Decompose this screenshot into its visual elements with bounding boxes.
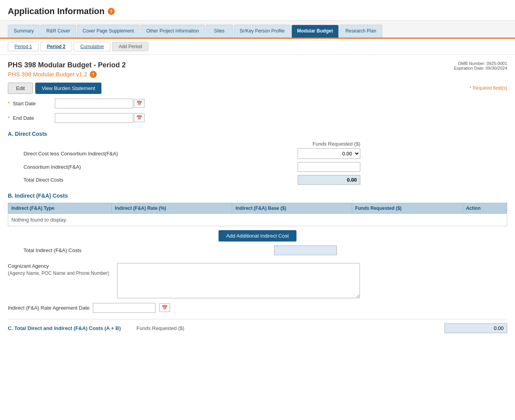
omb-info: OMB Number: 0925-0001 Expiration Date: 0…	[454, 61, 507, 70]
indirect-col2-header: Indirect (F&A) Rate (%)	[112, 203, 232, 213]
end-date-calendar-button[interactable]: 📅	[134, 114, 145, 122]
form-main-title: PHS 398 Modular Budget - Period 2	[8, 61, 126, 69]
funds-requested-header: Funds Requested ($)	[298, 141, 360, 147]
tab-rrcover[interactable]: R&R Cover	[40, 25, 76, 38]
indirect-empty-row: Nothing found to display.	[8, 213, 507, 226]
tab-coverpagesupplement[interactable]: Cover Page Supplement	[77, 25, 140, 38]
tab-researchplan[interactable]: Research Plan	[340, 25, 382, 38]
total-direct-label: Total Direct Costs	[23, 177, 63, 183]
start-date-calendar-button[interactable]: 📅	[134, 99, 145, 108]
page-title-text: Application Information	[8, 6, 105, 16]
total-indirect-label: Total Indirect (F&A) Costs	[23, 247, 81, 253]
cognizant-label: Cognizant Agency	[8, 263, 109, 269]
form-header: PHS 398 Modular Budget - Period 2 PHS 39…	[8, 61, 507, 78]
add-indirect-row: Add Additional Indirect Cost	[8, 230, 507, 242]
start-required-star: *	[8, 101, 10, 106]
indirect-col1-header: Indirect (F&A) Type	[8, 203, 112, 213]
button-group: Edit View Burden Statement	[8, 83, 101, 94]
total-di-input	[445, 323, 507, 333]
form-help-icon[interactable]: ?	[90, 71, 97, 78]
period-tabs: Period 1 Period 2 Cumulative Add Period	[0, 39, 515, 55]
cognizant-label-block: Cognizant Agency (Agency Name, POC Name …	[8, 263, 109, 276]
omb-number: OMB Number: 0925-0001	[454, 61, 507, 66]
page-help-icon[interactable]: ?	[108, 8, 115, 15]
dates-section: * Start Date 📅 * End Date 📅	[8, 99, 507, 123]
end-date-label: * End Date	[8, 115, 55, 121]
total-indirect-input	[274, 245, 337, 255]
action-bar: Edit View Burden Statement * Required fi…	[8, 83, 507, 94]
form-subtitle: PHS 398 Modular Budget v1.2 ?	[8, 71, 126, 78]
indirect-col3-header: Indirect (F&A) Base ($)	[232, 203, 352, 213]
rate-agreement-row: Indirect (F&A) Rate Agreement Date 📅	[8, 303, 507, 313]
direct-cost-less-label: Direct Cost less Consortium Indirect(F&A…	[23, 151, 118, 157]
tab-sites[interactable]: Sites	[206, 25, 233, 38]
expiration-date: Expiration Date: 09/30/2024	[454, 66, 507, 70]
add-period-button[interactable]: Add Period	[112, 42, 148, 51]
cognizant-sublabel: (Agency Name, POC Name and Phone Number)	[8, 270, 109, 276]
start-date-input[interactable]	[55, 99, 133, 108]
indirect-costs-heading: B. Indirect (F&A) Costs	[8, 193, 507, 199]
indirect-col4-header: Funds Requested ($)	[352, 203, 463, 213]
page-title: Application Information ?	[8, 6, 507, 16]
nothing-found-text: Nothing found to display.	[8, 213, 507, 226]
direct-costs-heading: A. Direct Costs	[8, 131, 507, 137]
start-date-label-text: Start Date	[13, 101, 36, 106]
nav-tabs: Summary R&R Cover Cover Page Supplement …	[0, 21, 515, 39]
cognizant-agency-block: Cognizant Agency (Agency Name, POC Name …	[8, 263, 507, 298]
cognizant-textarea[interactable]	[117, 263, 360, 298]
end-date-row: * End Date 📅	[8, 113, 507, 123]
total-direct-input	[298, 175, 360, 185]
rate-agreement-input[interactable]	[93, 303, 155, 313]
page-header: Application Information ?	[0, 0, 515, 21]
tab-modularbudget[interactable]: Modular Budget	[291, 25, 339, 38]
indirect-col5-header: Action	[463, 203, 507, 213]
total-indirect-row: Total Indirect (F&A) Costs	[23, 245, 337, 255]
consortium-indirect-input[interactable]	[298, 162, 360, 172]
main-content: PHS 398 Modular Budget - Period 2 PHS 39…	[0, 55, 515, 343]
period-tab-2[interactable]: Period 2	[40, 42, 72, 51]
tab-srkey[interactable]: Sr/Key Person Profile	[234, 25, 291, 38]
rate-agreement-label: Indirect (F&A) Rate Agreement Date	[8, 305, 90, 311]
start-date-label: * Start Date	[8, 101, 55, 106]
direct-cost-less-select[interactable]: 0.00	[298, 148, 360, 159]
tab-otherproject[interactable]: Other Project Information	[141, 25, 205, 38]
total-direct-indirect-section: C. Total Direct and Indirect (F&A) Costs…	[8, 319, 507, 337]
indirect-table: Indirect (F&A) Type Indirect (F&A) Rate …	[8, 203, 507, 226]
tab-summary[interactable]: Summary	[8, 25, 40, 38]
consortium-indirect-label: Consortium Indirect(F&A)	[23, 164, 81, 170]
edit-button[interactable]: Edit	[8, 83, 33, 94]
form-title-block: PHS 398 Modular Budget - Period 2 PHS 39…	[8, 61, 126, 78]
view-burden-button[interactable]: View Burden Statement	[35, 83, 101, 94]
end-date-label-text: End Date	[13, 115, 34, 121]
total-di-row: C. Total Direct and Indirect (F&A) Costs…	[8, 323, 507, 333]
total-di-funds-label: Funds Requested ($)	[137, 325, 184, 331]
end-required-star: *	[8, 115, 10, 121]
end-date-input[interactable]	[55, 113, 133, 123]
form-subtitle-text: PHS 398 Modular Budget v1.2	[8, 71, 87, 78]
add-indirect-button[interactable]: Add Additional Indirect Cost	[219, 230, 297, 242]
rate-agreement-calendar-button[interactable]: 📅	[159, 303, 170, 312]
total-di-label: C. Total Direct and Indirect (F&A) Costs…	[8, 325, 121, 331]
indirect-costs-section: B. Indirect (F&A) Costs Indirect (F&A) T…	[8, 193, 507, 255]
period-tab-1[interactable]: Period 1	[8, 42, 39, 51]
required-note: * Required field(s)	[470, 85, 507, 91]
direct-costs-section: A. Direct Costs Funds Requested ($) Dire…	[8, 131, 507, 185]
period-tab-cumulative[interactable]: Cumulative	[74, 42, 110, 51]
cognizant-layout: Cognizant Agency (Agency Name, POC Name …	[8, 263, 507, 298]
start-date-row: * Start Date 📅	[8, 99, 507, 108]
